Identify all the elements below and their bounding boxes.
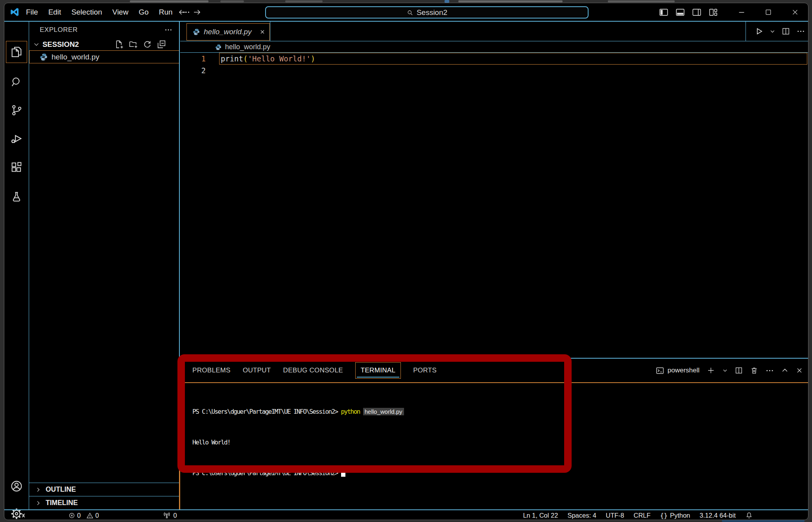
eol-sequence[interactable]: CRLF xyxy=(634,512,651,519)
new-terminal-icon[interactable] xyxy=(706,366,716,375)
background-window-artifact xyxy=(285,0,323,2)
ports-count: 0 xyxy=(173,512,177,519)
line-number: 2 xyxy=(185,66,206,75)
menu-bar: File Edit Selection View Go Run xyxy=(21,3,194,21)
terminal-line-3: PS C:\Users\dguer\PartageIMT\UE INFO\Ses… xyxy=(192,468,404,478)
editor-more-actions-icon[interactable] xyxy=(796,27,805,36)
editor-content[interactable]: 1 print('Hello World!') 2 xyxy=(180,53,808,76)
close-window-button[interactable] xyxy=(786,3,804,21)
vscode-window: File Edit Selection View Go Run Session2 xyxy=(4,3,808,520)
menu-run[interactable]: Run xyxy=(154,3,178,21)
problems-errors[interactable]: 0 xyxy=(68,512,81,519)
notifications-bell-icon[interactable] xyxy=(745,511,753,519)
terminal-shell-icon xyxy=(655,366,664,375)
new-folder-icon[interactable] xyxy=(128,39,138,49)
tab-hello-world[interactable]: hello_world.py xyxy=(186,23,270,41)
radio-tower-icon xyxy=(163,511,171,519)
terminal-prompt: PS C:\Users\dguer\PartageIMT\UE INFO\Ses… xyxy=(192,469,338,477)
close-panel-icon[interactable] xyxy=(795,367,803,374)
tab-problems[interactable]: PROBLEMS xyxy=(192,367,231,374)
command-center-search[interactable]: Session2 xyxy=(265,6,589,19)
menu-selection[interactable]: Selection xyxy=(66,3,107,21)
toggle-secondary-sidebar-icon[interactable] xyxy=(688,3,705,21)
language-label: Python xyxy=(670,512,690,519)
file-item-hello-world[interactable]: hello_world.py xyxy=(29,50,180,63)
collapse-all-icon[interactable] xyxy=(157,39,166,49)
minimize-button[interactable] xyxy=(733,3,751,21)
remote-indicator-icon[interactable] xyxy=(19,511,28,520)
shell-label[interactable]: powershell xyxy=(668,367,699,374)
terminal-dropdown-chevron-icon[interactable] xyxy=(722,368,728,373)
problems-warnings[interactable]: 0 xyxy=(86,512,99,519)
breadcrumb[interactable]: hello_world.py xyxy=(180,42,808,53)
tab-terminal[interactable]: TERMINAL xyxy=(355,362,401,379)
titlebar-controls xyxy=(655,3,808,21)
code-token-print: print xyxy=(221,54,243,63)
explorer-more-actions-icon[interactable] xyxy=(164,26,173,34)
maximize-panel-chevron-icon[interactable] xyxy=(781,367,789,374)
menu-file[interactable]: File xyxy=(21,3,43,21)
tab-separator xyxy=(270,22,270,41)
activity-explorer[interactable] xyxy=(6,41,27,63)
language-mode[interactable]: {} Python xyxy=(660,512,690,519)
timeline-section[interactable]: TIMELINE xyxy=(29,496,180,509)
panel-tabs-bottom-border xyxy=(180,382,808,383)
close-tab-icon[interactable] xyxy=(259,29,266,35)
terminal-output[interactable]: PS C:\Users\dguer\PartageIMT\UE INFO\Ses… xyxy=(192,386,404,499)
background-window-artifact xyxy=(130,0,209,2)
kill-terminal-trash-icon[interactable] xyxy=(750,366,758,375)
toggle-primary-sidebar-icon[interactable] xyxy=(655,3,672,21)
outline-section[interactable]: OUTLINE xyxy=(29,483,180,496)
terminal-line-1: PS C:\Users\dguer\PartageIMT\UE INFO\Ses… xyxy=(192,407,404,417)
navigate-forward-icon[interactable] xyxy=(192,7,202,17)
tab-debug-console[interactable]: DEBUG CONSOLE xyxy=(283,367,343,374)
terminal-toolbar: powershell xyxy=(655,359,803,382)
code-line-1: 1 print('Hello World!') xyxy=(180,53,808,65)
activity-search[interactable] xyxy=(4,70,29,93)
explorer-section-session2[interactable]: SESSION2 xyxy=(29,38,180,50)
menu-edit[interactable]: Edit xyxy=(43,3,66,21)
python-interpreter[interactable]: 3.12.4 64-bit xyxy=(699,512,736,519)
terminal-output-text: Hello World! xyxy=(192,439,230,446)
tab-ports[interactable]: PORTS xyxy=(413,367,437,374)
warning-icon xyxy=(86,512,94,519)
activity-extensions[interactable] xyxy=(4,156,29,179)
editor-tab-bar: hello_world.py xyxy=(180,22,808,41)
outline-label: OUTLINE xyxy=(46,485,76,494)
split-terminal-icon[interactable] xyxy=(734,366,743,375)
beaker-icon xyxy=(10,191,23,203)
run-python-file-icon[interactable] xyxy=(754,26,764,36)
panel-more-actions-icon[interactable] xyxy=(765,366,774,375)
chevron-right-icon xyxy=(35,487,41,493)
activity-source-control[interactable] xyxy=(4,99,29,122)
navigate-back-icon[interactable] xyxy=(177,7,187,17)
menu-go[interactable]: Go xyxy=(133,3,153,21)
terminal-line-2: Hello World! xyxy=(192,437,404,448)
cursor-position[interactable]: Ln 1, Col 22 xyxy=(523,512,558,519)
code-text: print('Hello World!') xyxy=(221,54,315,63)
line-number: 1 xyxy=(185,54,206,63)
customize-layout-icon[interactable] xyxy=(705,3,722,21)
error-icon xyxy=(68,512,76,519)
python-file-icon xyxy=(215,44,221,50)
toggle-panel-icon[interactable] xyxy=(672,3,688,21)
activity-run-debug[interactable] xyxy=(4,127,29,150)
search-icon xyxy=(10,76,23,88)
refresh-icon[interactable] xyxy=(142,39,152,49)
activity-testing[interactable] xyxy=(4,185,29,208)
forwarded-ports[interactable]: 0 xyxy=(163,511,177,519)
menu-view[interactable]: View xyxy=(107,3,134,21)
background-window-artifact xyxy=(220,0,244,2)
background-window-artifact xyxy=(445,0,449,3)
split-editor-icon[interactable] xyxy=(781,27,790,36)
sidebar-editor-border[interactable] xyxy=(179,22,180,358)
new-file-icon[interactable] xyxy=(114,39,124,49)
files-icon xyxy=(10,45,23,59)
run-dropdown-chevron-icon[interactable] xyxy=(770,28,775,34)
tab-output[interactable]: OUTPUT xyxy=(243,367,271,374)
encoding[interactable]: UTF-8 xyxy=(606,512,624,519)
indentation[interactable]: Spaces: 4 xyxy=(567,512,596,519)
maximize-button[interactable] xyxy=(759,3,777,21)
chevron-down-icon xyxy=(33,41,40,48)
account-icon[interactable] xyxy=(4,475,29,498)
